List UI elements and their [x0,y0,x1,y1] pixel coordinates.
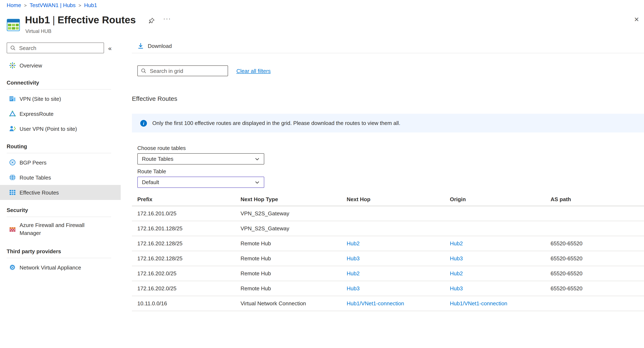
sidebar-item-label: ExpressRoute [20,111,54,117]
table-row[interactable]: 172.16.202.128/25 Remote Hub Hub2 Hub2 6… [132,236,644,251]
cell-next-hop-type: Virtual Network Connection [240,300,347,306]
sidebar: « Overview Connectivity VPN (Site to sit… [0,42,121,275]
cell-prefix: 172.16.201.0/25 [137,210,240,217]
sidebar-item-user-vpn[interactable]: User VPN (Point to site) [0,121,121,136]
choose-route-tables-label: Choose route tables [137,145,186,151]
page: Home > TestVWAN1 | Hubs > Hub1 Hub1|Effe… [0,0,644,348]
sidebar-item-vpn-site-to-site[interactable]: VPN (Site to site) [0,91,121,106]
breadcrumb-separator: > [78,3,81,8]
cell-origin-link[interactable]: Hub3 [450,285,550,291]
pin-icon[interactable] [148,18,155,24]
table-row[interactable]: 172.16.201.128/25 VPN_S2S_Gateway [132,221,644,236]
route-tables-icon [9,174,16,181]
info-banner-text: Only the first 100 effective routes are … [152,120,400,126]
route-table-label: Route Table [137,168,166,175]
cell-next-hop-type: Remote Hub [240,240,347,247]
cell-next-hop-link[interactable]: Hub1/VNet1-connection [347,300,450,306]
grid-search[interactable] [137,65,228,76]
table-row[interactable]: 10.11.0.0/16 Virtual Network Connection … [132,296,644,311]
divider [7,89,111,90]
breadcrumb-separator: > [24,3,27,8]
cell-origin-link[interactable]: Hub3 [450,255,550,262]
page-title-resource: Hub1 [25,14,50,26]
sidebar-search-input[interactable] [18,44,101,52]
sidebar-item-label: Effective Routes [20,189,59,196]
cell-prefix: 172.16.202.128/25 [137,240,240,247]
cell-next-hop-link[interactable]: Hub2 [347,270,450,276]
cell-origin-link[interactable]: Hub1/VNet1-connection [450,300,550,306]
sidebar-item-effective-routes[interactable]: Effective Routes [0,185,121,200]
firewall-icon [9,226,16,233]
close-icon[interactable]: ✕ [634,16,639,23]
column-header-as-path[interactable]: AS path [550,196,644,202]
divider [7,153,111,153]
route-table-dropdown-value: Default [142,179,255,185]
column-header-prefix[interactable]: Prefix [137,196,240,202]
cell-origin-link[interactable]: Hub2 [450,270,550,276]
sidebar-item-label: User VPN (Point to site) [20,126,77,132]
grid-search-input[interactable] [149,67,225,74]
network-virtual-appliance-icon [9,264,16,271]
sidebar-section-security: Security [0,205,121,213]
more-options-icon[interactable]: ··· [163,15,171,23]
sidebar-item-label: Route Tables [20,174,51,181]
sidebar-section-third-party: Third party providers [0,246,121,254]
command-bar: Download [132,42,644,53]
sidebar-item-label: Overview [20,62,42,69]
sidebar-item-network-virtual-appliance[interactable]: Network Virtual Appliance [0,260,121,275]
breadcrumb-hubs-link[interactable]: TestVWAN1 | Hubs [30,2,76,8]
effective-routes-table: Prefix Next Hop Type Next Hop Origin AS … [132,192,644,311]
cell-origin-link[interactable]: Hub2 [450,240,550,247]
sidebar-section-routing: Routing [0,141,121,150]
download-icon [137,43,144,49]
bgp-peers-icon [9,159,16,166]
cell-prefix: 10.11.0.0/16 [137,300,240,306]
table-row[interactable]: 172.16.202.128/25 Remote Hub Hub3 Hub3 6… [132,251,644,266]
sidebar-item-bgp-peers[interactable]: BGP Peers [0,155,121,170]
sidebar-item-overview[interactable]: Overview [0,59,121,72]
info-icon [140,120,147,126]
search-icon [141,68,146,74]
virtual-hub-icon [7,19,20,31]
cell-next-hop-link[interactable]: Hub2 [347,240,450,247]
info-banner: Only the first 100 effective routes are … [132,114,644,132]
sidebar-collapse-button[interactable]: « [108,44,112,52]
sidebar-search[interactable] [7,43,104,53]
cell-prefix: 172.16.201.128/25 [137,225,240,232]
page-title: Hub1|Effective Routes [25,14,136,26]
table-row[interactable]: 172.16.202.0/25 Remote Hub Hub2 Hub2 655… [132,266,644,281]
cell-next-hop-type: Remote Hub [240,285,347,291]
table-row[interactable]: 172.16.202.0/25 Remote Hub Hub3 Hub3 655… [132,281,644,296]
sidebar-item-label: Azure Firewall and Firewall Manager [20,222,96,237]
column-header-next-hop-type[interactable]: Next Hop Type [240,196,347,202]
overview-icon [9,62,16,69]
page-title-separator: | [50,14,58,26]
chevron-down-icon [255,180,260,185]
table-row[interactable]: 172.16.201.0/25 VPN_S2S_Gateway [132,206,644,221]
sidebar-item-route-tables[interactable]: Route Tables [0,170,121,185]
route-table-dropdown[interactable]: Default [137,177,264,188]
effective-routes-icon [9,189,16,196]
download-label: Download [148,43,172,49]
column-header-next-hop[interactable]: Next Hop [347,196,450,202]
cell-next-hop-type: Remote Hub [240,255,347,262]
sidebar-item-azure-firewall[interactable]: Azure Firewall and Firewall Manager [0,219,121,240]
page-subtitle: Virtual HUB [26,28,52,34]
divider [7,217,111,217]
column-header-origin[interactable]: Origin [450,196,550,202]
download-button[interactable]: Download [137,43,172,49]
divider [7,258,111,258]
cell-prefix: 172.16.202.0/25 [137,270,240,276]
breadcrumb-home-link[interactable]: Home [7,2,21,8]
breadcrumb-hub1-link[interactable]: Hub1 [84,2,97,8]
cell-as-path: 65520-65520 [550,285,644,291]
route-tables-dropdown[interactable]: Route Tables [137,153,264,165]
sidebar-item-expressroute[interactable]: ExpressRoute [0,106,121,121]
sidebar-item-label: BGP Peers [20,159,46,166]
cell-next-hop-type: VPN_S2S_Gateway [240,225,347,232]
clear-all-filters-link[interactable]: Clear all filters [236,68,271,74]
cell-as-path: 65520-65520 [550,270,644,276]
cell-next-hop-link[interactable]: Hub3 [347,285,450,291]
sidebar-item-label: Network Virtual Appliance [20,264,81,270]
cell-next-hop-link[interactable]: Hub3 [347,255,450,262]
